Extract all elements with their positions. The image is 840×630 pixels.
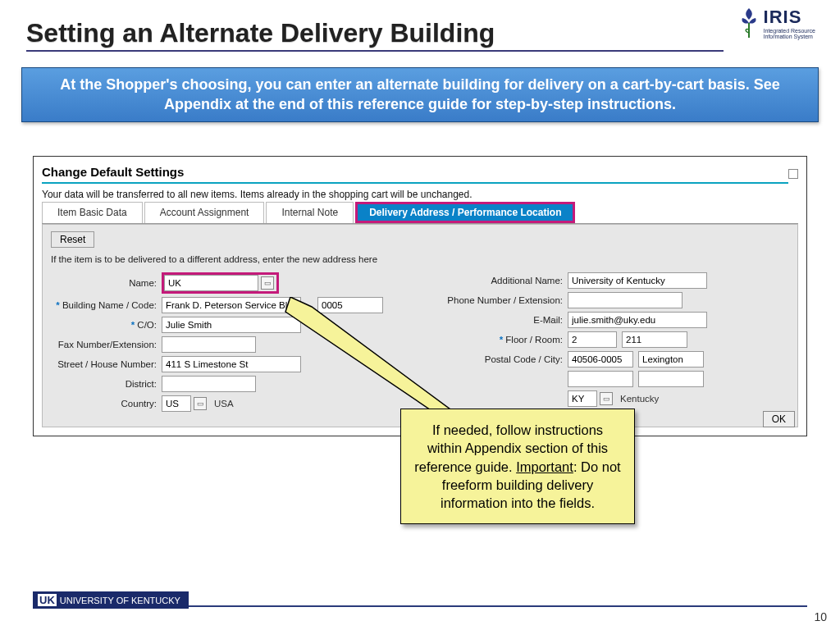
uk-org-name: UNIVERSITY OF KENTUCKY [60, 596, 180, 605]
window-title: Change Default Settings [42, 163, 788, 184]
left-column: Name: ▭ Building Name / Code: C/O: [51, 269, 404, 415]
postal-input[interactable] [568, 351, 633, 368]
name-label: Name: [51, 278, 162, 288]
country-search-icon[interactable]: ▭ [194, 397, 207, 410]
street-input[interactable] [162, 356, 301, 372]
district-label: District: [51, 379, 162, 389]
district-input[interactable] [162, 376, 256, 392]
page-number: 10 [814, 610, 827, 623]
add-name-input[interactable] [568, 272, 707, 289]
reset-button[interactable]: Reset [51, 231, 94, 248]
tab-strip: Item Basic Data Account Assignment Inter… [42, 202, 798, 224]
logo-sub2: Information System [764, 34, 815, 39]
street-label: Street / House Number: [51, 359, 162, 369]
region-blank-input[interactable] [568, 371, 633, 387]
search-help-icon[interactable]: ▭ [261, 276, 274, 290]
country-name: USA [209, 399, 234, 409]
callout-box: If needed, follow instructions within Ap… [400, 409, 635, 524]
uk-mark: UK [38, 594, 57, 606]
building-code-input[interactable] [317, 297, 383, 313]
iris-logo: IRIS Integrated Resource Information Sys… [737, 7, 815, 39]
fax-input[interactable] [162, 336, 256, 353]
page-title: Setting an Alternate Delivery Building [26, 18, 724, 52]
phone-input[interactable] [568, 292, 682, 308]
tab-internal-note[interactable]: Internal Note [266, 202, 354, 223]
fax-label: Fax Number/Extension: [51, 340, 162, 349]
room-input[interactable] [622, 331, 687, 348]
info-banner: At the Shopper's choosing, you can enter… [21, 67, 819, 122]
email-input[interactable] [568, 312, 707, 328]
email-label: E-Mail: [436, 315, 568, 325]
floor-label: Floor / Room: [436, 335, 568, 345]
callout-important: Important [516, 459, 573, 474]
country-input[interactable] [162, 395, 191, 412]
uk-footer-badge: UK UNIVERSITY OF KENTUCKY [33, 591, 189, 609]
right-column: Additional Name: Phone Number / Extensio… [436, 269, 789, 415]
region-search-icon[interactable]: ▭ [600, 392, 613, 405]
co-label: C/O: [51, 320, 162, 330]
tab-body: Reset If the item is to be delivered to … [42, 224, 798, 427]
tab-item-basic-data[interactable]: Item Basic Data [42, 202, 143, 223]
city-input[interactable] [638, 351, 704, 368]
logo-brand: IRIS [764, 7, 815, 28]
window-box-icon[interactable] [788, 169, 798, 179]
postal-label: Postal Code / City: [436, 354, 568, 364]
delivery-note: If the item is to be delivered to a diff… [51, 254, 789, 264]
settings-window: Change Default Settings Your data will b… [33, 156, 807, 436]
floor-input[interactable] [568, 331, 617, 348]
building-label: Building Name / Code: [51, 300, 162, 310]
region-input[interactable] [568, 390, 597, 407]
name-input[interactable] [164, 275, 258, 291]
building-name-input[interactable] [162, 297, 301, 313]
logo-sub1: Integrated Resource [764, 28, 815, 34]
region-name: Kentucky [615, 394, 659, 404]
transfer-note: Your data will be transferred to all new… [42, 184, 798, 202]
ok-button[interactable]: OK [763, 411, 795, 427]
iris-flower-icon [737, 7, 760, 39]
phone-label: Phone Number / Extension: [436, 295, 568, 305]
country-label: Country: [51, 399, 162, 409]
name-field-highlight: ▭ [162, 272, 279, 294]
tab-account-assignment[interactable]: Account Assignment [144, 202, 265, 223]
tab-delivery-address[interactable]: Delivery Address / Performance Location [355, 202, 575, 223]
add-name-label: Additional Name: [436, 276, 568, 285]
region-blank2-input[interactable] [638, 371, 704, 387]
co-input[interactable] [162, 317, 301, 333]
